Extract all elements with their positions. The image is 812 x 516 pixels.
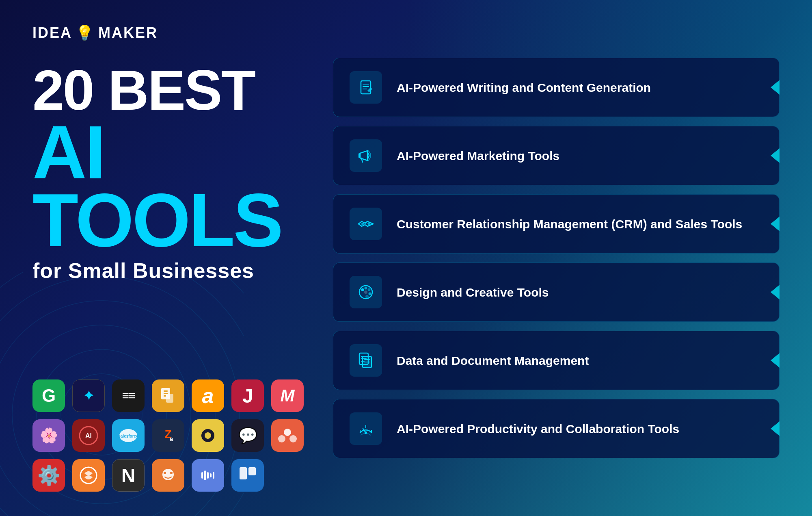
category-design: Design and Creative Tools: [333, 262, 780, 322]
crm-icon-wrap: [350, 208, 382, 240]
app-claude: [192, 459, 224, 492]
svg-rect-34: [213, 472, 214, 479]
category-crm: Customer Relationship Management (CRM) a…: [333, 194, 780, 254]
marketing-icon-wrap: [350, 139, 382, 172]
speedometer-icon: [357, 420, 375, 438]
svg-rect-41: [358, 153, 360, 158]
svg-point-49: [369, 293, 371, 295]
writing-label: AI-Powered Writing and Content Generatio…: [397, 80, 651, 95]
svg-point-25: [289, 435, 297, 442]
app-zapier: Z a: [152, 419, 184, 452]
logo: IDEA 💡 MAKER: [32, 24, 309, 41]
svg-point-24: [278, 435, 285, 442]
category-marketing: AI-Powered Marketing Tools: [333, 126, 780, 185]
svg-point-29: [170, 472, 173, 474]
design-label: Design and Creative Tools: [397, 284, 549, 300]
productivity-label: AI-Powered Productivity and Collaboratio…: [397, 421, 679, 437]
svg-rect-11: [164, 390, 168, 392]
svg-text:salesforce: salesforce: [118, 434, 138, 438]
palette-icon: [357, 283, 375, 301]
app-grammarly: G: [32, 379, 65, 412]
app-trello: [231, 459, 264, 492]
svg-rect-30: [201, 472, 203, 479]
app-notion4: N: [112, 459, 145, 492]
svg-rect-35: [240, 467, 247, 479]
svg-rect-36: [248, 467, 256, 475]
svg-point-51: [364, 291, 367, 294]
svg-text:a: a: [170, 436, 173, 442]
crm-label: Customer Relationship Management (CRM) a…: [397, 216, 742, 232]
svg-point-47: [365, 287, 367, 290]
app-ai-circle: AI: [72, 419, 105, 452]
svg-rect-14: [166, 394, 173, 403]
app-jasper: J: [231, 379, 264, 412]
app-sparkle: ✦: [72, 379, 105, 412]
app-asana: [271, 419, 304, 452]
category-productivity: AI-Powered Productivity and Collaboratio…: [333, 399, 780, 458]
left-panel: IDEA 💡 MAKER 20 BEST AI TOOLS for Small …: [32, 24, 309, 492]
svg-point-46: [361, 288, 364, 291]
marketing-label: AI-Powered Marketing Tools: [397, 148, 559, 164]
logo-part2: MAKER: [98, 24, 158, 41]
pencil-icon: [357, 78, 375, 96]
productivity-icon-wrap: [350, 412, 382, 445]
svg-rect-32: [207, 472, 209, 479]
svg-point-50: [365, 295, 369, 298]
svg-rect-33: [210, 473, 212, 477]
logo-bulb-icon: 💡: [76, 24, 95, 41]
category-writing: AI-Powered Writing and Content Generatio…: [333, 58, 780, 117]
app-beehiiv: [192, 419, 224, 452]
page-content: IDEA 💡 MAKER 20 BEST AI TOOLS for Small …: [0, 0, 812, 516]
app-miro: M: [271, 379, 304, 412]
handshake-icon: [357, 215, 375, 233]
data-icon-wrap: [350, 344, 382, 377]
heading-ai: AI TOOLS: [32, 119, 309, 254]
app-joomla: [72, 459, 105, 492]
main-heading: 20 BEST AI TOOLS for Small Businesses: [32, 62, 309, 363]
megaphone-icon: [357, 147, 375, 165]
app-red-cog: ⚙️: [32, 459, 65, 492]
category-data: Data and Document Management: [333, 331, 780, 390]
data-label: Data and Document Management: [397, 353, 589, 369]
svg-point-48: [368, 288, 371, 291]
app-notion3: 💬: [231, 419, 264, 452]
app-amazon: a: [192, 379, 224, 412]
app-tactic: ≡≡: [112, 379, 145, 412]
app-notion2: 🌸: [32, 419, 65, 452]
right-panel: AI-Powered Writing and Content Generatio…: [309, 24, 780, 492]
svg-point-63: [365, 431, 367, 434]
svg-text:AI: AI: [85, 432, 92, 439]
app-salesforce: salesforce: [112, 419, 145, 452]
design-icon-wrap: [350, 276, 382, 308]
heading-sub: for Small Businesses: [32, 260, 309, 281]
svg-rect-31: [204, 470, 206, 480]
logo-text: IDEA 💡 MAKER: [32, 24, 158, 41]
svg-point-22: [205, 432, 211, 439]
document-icon: [357, 351, 375, 369]
svg-point-23: [284, 429, 291, 436]
heading-number: 20 BEST: [32, 62, 309, 119]
app-icon-grid: G ✦ ≡≡ a J M 🌸: [32, 379, 309, 492]
app-wati: [152, 459, 184, 492]
svg-point-28: [164, 472, 166, 474]
writing-icon-wrap: [350, 71, 382, 104]
svg-rect-13: [164, 395, 166, 397]
app-tome: [152, 379, 184, 412]
logo-part1: IDEA: [32, 24, 72, 41]
